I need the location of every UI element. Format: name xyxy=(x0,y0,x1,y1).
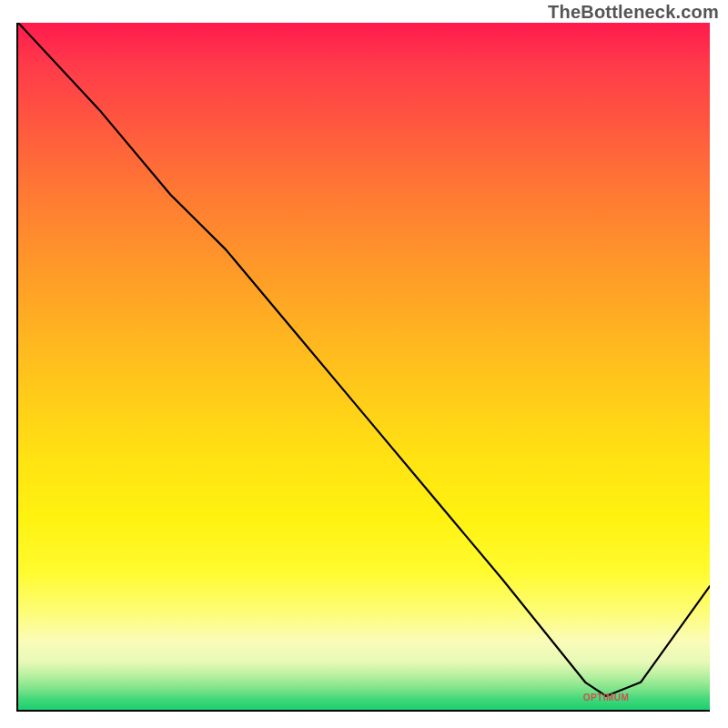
attribution-label: TheBottleneck.com xyxy=(548,2,719,23)
curve-svg xyxy=(18,23,710,710)
chart-container: TheBottleneck.com OPTIMUM xyxy=(0,0,728,728)
plot-area: OPTIMUM xyxy=(18,23,710,710)
bottleneck-curve xyxy=(18,23,710,696)
x-axis-line xyxy=(18,710,710,712)
optimum-marker-label: OPTIMUM xyxy=(583,693,630,703)
